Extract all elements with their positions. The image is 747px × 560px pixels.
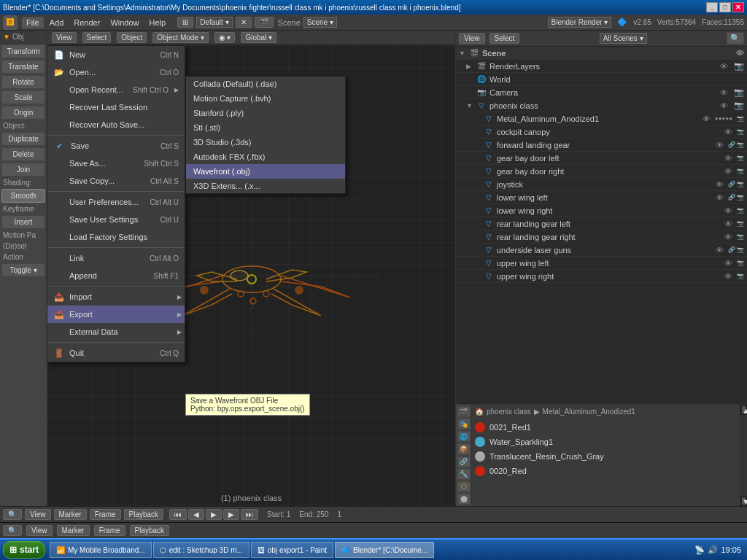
menu-help[interactable]: Help — [145, 17, 171, 28]
forward-landing-item[interactable]: ▽ forward landing gear 👁 🔗 📷 — [456, 139, 747, 152]
vp-playback-btn[interactable]: Playback — [124, 509, 164, 520]
lwr-eye[interactable]: 👁 — [724, 206, 732, 215]
fm-recover-last[interactable]: Recover Last Session — [47, 98, 185, 116]
close-layout-btn[interactable]: ✕ — [236, 17, 252, 28]
lower-wing-right-item[interactable]: ▽ lower wing right 👁 📷 — [456, 204, 747, 217]
taskbar-blender[interactable]: 🔷 Blender* [C:\Docume... — [335, 542, 434, 558]
menu-file[interactable]: File — [22, 17, 44, 28]
scene-item[interactable]: ▼ 🎬 Scene 👁 — [456, 47, 747, 60]
scrollbar[interactable]: ▲ ▼ — [740, 405, 747, 506]
start-button[interactable]: ⊞ start — [3, 541, 45, 559]
origin-btn[interactable]: Origin — [1, 106, 45, 120]
joy-eye[interactable]: 👁 — [716, 180, 724, 189]
export-motion-capture[interactable]: Motion Capture (.bvh) — [186, 91, 345, 106]
underside-laser-item[interactable]: ▽ underside laser guns 👁 🔗 📷 — [456, 244, 747, 257]
phoenix-class-item[interactable]: ▼ ▽ phoenix class 👁 📷 — [456, 99, 747, 112]
close-button[interactable]: ✕ — [732, 2, 744, 12]
upper-wing-right-item[interactable]: ▽ upper wing right 👁 📷 — [456, 270, 747, 283]
gear-bay-right-item[interactable]: ▽ gear bay door right 👁 📷 — [456, 165, 747, 178]
fm-export[interactable]: 📤 Export — [47, 306, 185, 323]
fm-external-data[interactable]: External Data — [47, 323, 185, 341]
gear-bay-left-item[interactable]: ▽ gear bay door left 👁 📷 — [456, 152, 747, 165]
timeline-frame-btn[interactable]: Frame — [94, 525, 125, 536]
fm-save-copy[interactable]: Save Copy... Ctrl Alt S — [47, 172, 185, 190]
duplicate-btn[interactable]: Duplicate — [1, 132, 45, 146]
camera-item[interactable]: 📷 Camera 👁 📷 — [456, 86, 747, 99]
flg-eye[interactable]: 👁 — [716, 141, 724, 149]
export-stl[interactable]: Stl (.stl) — [186, 120, 345, 135]
world-prop-icon[interactable]: 🌐 — [457, 431, 471, 442]
scroll-up[interactable]: ▲ — [742, 406, 746, 413]
rear-landing-right-item[interactable]: ▽ rear landing gear right 👁 📷 — [456, 230, 747, 244]
vp-object-btn[interactable]: Object — [117, 32, 147, 43]
minimize-button[interactable]: _ — [706, 2, 718, 12]
outliner-view-btn[interactable]: View — [459, 33, 485, 44]
material-red2[interactable]: 0020_Red — [475, 464, 737, 478]
render-icon-btn[interactable]: 🎬 — [255, 17, 274, 28]
modifier-prop-icon[interactable]: 🔧 — [457, 469, 471, 480]
fm-quit[interactable]: 🚪 Quit Ctrl Q — [47, 344, 185, 362]
scroll-down[interactable]: ▼ — [742, 497, 746, 505]
rear-landing-left-item[interactable]: ▽ rear landing gear left 👁 📷 — [456, 217, 747, 230]
renderlayers-eye[interactable]: 👁 — [720, 62, 728, 71]
taskbar-paint[interactable]: 🖼 obj export1 - Paint — [251, 542, 333, 558]
insert-btn[interactable]: Insert — [1, 215, 45, 229]
fm-save-user[interactable]: Save User Settings Ctrl U — [47, 211, 185, 228]
timeline-playback-btn[interactable]: Playback — [130, 525, 170, 536]
taskbar-sketchup[interactable]: ⬡ edit : Sketchup 3D m... — [153, 542, 249, 558]
scene-prop-icon[interactable]: 🎭 — [457, 419, 471, 429]
metal-eye[interactable]: 👁 — [703, 114, 711, 123]
material-resin[interactable]: Translucent_Resin_Crush_Gray — [475, 449, 737, 464]
timeline-marker-btn[interactable]: Marker — [57, 525, 90, 536]
material-red1[interactable]: 0021_Red1 — [475, 420, 737, 435]
fm-user-prefs[interactable]: User Preferences... Ctrl Alt U — [47, 193, 185, 211]
fm-save-as[interactable]: Save As... Shift Ctrl S — [47, 155, 185, 172]
fm-recover-auto[interactable]: Recover Auto Save... — [47, 116, 185, 133]
menu-render[interactable]: Render — [69, 17, 104, 28]
export-stanford[interactable]: Stanford (.ply) — [186, 106, 345, 120]
material-water[interactable]: Water_Sparkling1 — [475, 435, 737, 449]
object-mode-dropdown[interactable]: Object Mode ▾ — [152, 32, 208, 43]
vp-zoom-icon[interactable]: 🔍 — [3, 509, 22, 520]
toggle-btn[interactable]: Toggle ▾ — [1, 263, 45, 277]
scene-dropdown[interactable]: Scene ▾ — [303, 17, 337, 28]
export-3ds[interactable]: 3D Studio (.3ds) — [186, 135, 345, 149]
outliner-select-btn[interactable]: Select — [489, 33, 520, 44]
scale-btn[interactable]: Scale — [1, 90, 45, 104]
step-fwd-btn[interactable]: ▶ — [223, 509, 239, 520]
vp-view-btn[interactable]: View — [52, 32, 77, 43]
lwl-eye[interactable]: 👁 — [716, 193, 724, 202]
rewind-btn[interactable]: ⏮ — [169, 509, 187, 520]
object-prop-icon[interactable]: 📦 — [457, 443, 471, 454]
smooth-btn[interactable]: Smooth — [1, 189, 45, 203]
material-prop-icon[interactable]: ⬡ — [457, 481, 471, 492]
fm-import[interactable]: 📥 Import — [47, 288, 185, 306]
cockpit-item[interactable]: ▽ cockpit canopy 👁 📷 — [456, 125, 747, 139]
joystick-item[interactable]: ▽ joystick 👁 🔗 📷 — [456, 178, 747, 191]
fm-load-factory[interactable]: Load Factory Settings — [47, 228, 185, 246]
renderlayers-item[interactable]: ▶ 🎬 RenderLayers 👁 📷 — [456, 60, 747, 73]
vp-marker-btn[interactable]: Marker — [54, 509, 87, 520]
fm-new[interactable]: 📄 New Ctrl N — [47, 46, 185, 63]
vp-frame-btn[interactable]: Frame — [90, 509, 121, 520]
texture-prop-icon[interactable]: ⬤ — [457, 494, 471, 505]
fm-append[interactable]: Append Shift F1 — [47, 267, 185, 284]
export-obj[interactable]: Wavefront (.obj) — [186, 164, 345, 179]
uwl-eye[interactable]: 👁 — [724, 259, 732, 268]
rlgr-eye[interactable]: 👁 — [724, 233, 732, 241]
rlgl-eye[interactable]: 👁 — [724, 219, 732, 228]
fm-open-recent[interactable]: Open Recent... Shift Ctrl O ▶ — [47, 81, 185, 98]
ulg-eye[interactable]: 👁 — [716, 246, 724, 254]
fm-link[interactable]: Link Ctrl Alt O — [47, 249, 185, 267]
vp-select-btn[interactable]: Select — [82, 32, 112, 43]
export-collada[interactable]: Collada (Default) (.dae) — [186, 77, 345, 91]
scene-eye[interactable]: 👁 — [736, 49, 744, 58]
scene-layout-btn[interactable]: ⊞ — [177, 17, 193, 28]
taskbar-mobile[interactable]: 📶 My Mobile Broadband... — [50, 542, 152, 558]
constraint-prop-icon[interactable]: 🔗 — [457, 456, 471, 467]
rotate-btn[interactable]: Rotate — [1, 75, 45, 89]
timeline-zoom-icon[interactable]: 🔍 — [3, 525, 22, 536]
metal-item[interactable]: ▽ Metal_Aluminum_Anodized1 👁 ●●●●● 📷 — [456, 112, 747, 125]
delete-btn[interactable]: Delete — [1, 147, 45, 161]
lower-wing-left-item[interactable]: ▽ lower wing left 👁 🔗 📷 — [456, 191, 747, 204]
